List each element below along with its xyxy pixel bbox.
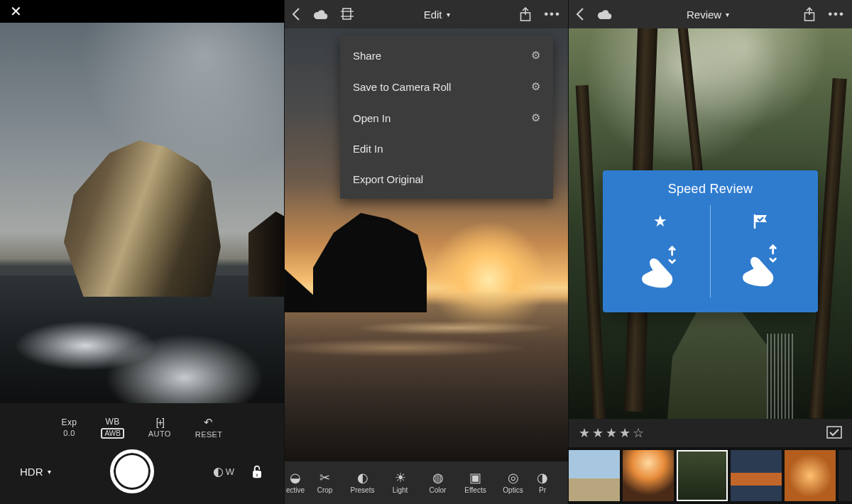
camera-topbar: ✕ <box>0 0 284 23</box>
back-icon[interactable] <box>576 8 584 21</box>
edit-tool-pr[interactable]: ◑Pr <box>532 471 553 494</box>
flag-toggle-icon[interactable] <box>826 426 842 440</box>
more-icon[interactable]: ••• <box>544 7 561 21</box>
svg-rect-0 <box>343 9 351 19</box>
share-icon[interactable] <box>804 7 815 21</box>
review-topbar: Review▾ ••• <box>569 0 852 28</box>
menu-item-label: Export Original <box>353 173 423 185</box>
menu-item-label: Open In <box>353 112 390 124</box>
swipe-hand-icon <box>735 236 787 289</box>
edit-tool-presets[interactable]: ◐Presets <box>344 471 381 494</box>
thumbnail[interactable] <box>623 450 674 501</box>
star-icon: ★ <box>653 212 667 231</box>
chevron-down-icon: ▾ <box>447 11 450 18</box>
exposure-button[interactable]: Exp 0.0 <box>62 417 77 437</box>
thumbnail-selected[interactable] <box>677 450 728 501</box>
crop-overlay-icon[interactable] <box>341 8 354 21</box>
reset-button[interactable]: ↶ RESET <box>195 416 223 439</box>
share-menu-item[interactable]: Export Original <box>340 164 553 195</box>
flag-check-icon <box>753 214 770 229</box>
optics-icon: ◎ <box>508 471 519 484</box>
review-screen: Review▾ ••• Speed Review ★ <box>568 0 852 504</box>
gear-icon[interactable]: ⚙ <box>531 111 540 124</box>
menu-item-label: Share <box>353 50 381 62</box>
presets-icon: ◐ <box>357 471 368 484</box>
speed-review-card: Speed Review ★ <box>603 170 818 312</box>
effects-icon: ▣ <box>469 471 481 484</box>
hdr-mode-button[interactable]: HDR ▾ <box>20 466 51 478</box>
mode-dropdown[interactable]: Edit▾ <box>424 9 450 21</box>
thumbnail[interactable] <box>569 450 620 501</box>
share-icon[interactable] <box>520 7 531 21</box>
back-icon[interactable] <box>292 8 300 21</box>
mode-dropdown[interactable]: Review▾ <box>687 9 729 21</box>
light-icon: ☀ <box>395 471 406 484</box>
shutter-button[interactable] <box>110 449 154 493</box>
share-menu-item[interactable]: Save to Camera Roll⚙ <box>340 71 553 102</box>
crop-icon: ✂ <box>320 471 330 484</box>
edit-screen: Edit▾ ••• Share⚙Save to Camera Roll⚙Open… <box>284 0 568 504</box>
svg-rect-5 <box>827 427 841 438</box>
edit-tool-effects[interactable]: ▣Effects <box>457 471 494 494</box>
thumbnail[interactable] <box>785 450 836 501</box>
pr-icon: ◑ <box>537 471 548 484</box>
share-menu-item[interactable]: Open In⚙ <box>340 102 553 133</box>
share-menu: Share⚙Save to Camera Roll⚙Open In⚙Edit I… <box>340 35 553 199</box>
thumbnail[interactable] <box>839 450 852 501</box>
ective-icon: ◒ <box>290 471 301 484</box>
camera-viewfinder <box>0 23 284 403</box>
chevron-down-icon: ▾ <box>726 11 729 18</box>
gear-icon[interactable]: ⚙ <box>531 49 540 62</box>
edit-tool-color[interactable]: ◍Color <box>419 471 457 494</box>
filmstrip[interactable] <box>569 447 852 504</box>
menu-item-label: Edit In <box>353 143 383 155</box>
edit-topbar: Edit▾ ••• <box>285 0 568 28</box>
gear-icon[interactable]: ⚙ <box>531 80 540 93</box>
edit-tool-light[interactable]: ☀Light <box>381 471 419 494</box>
camera-screen: ✕ Exp 0.0 WB AWB [+] AUTO ↶ RESET <box>0 0 284 504</box>
edit-tool-ective[interactable]: ◒ective <box>285 471 306 494</box>
share-menu-item[interactable]: Edit In <box>340 133 553 164</box>
more-icon[interactable]: ••• <box>828 7 845 21</box>
rating-bar: ★★★★☆ <box>569 419 852 447</box>
edit-tool-crop[interactable]: ✂Crop <box>306 471 344 494</box>
edit-tool-optics[interactable]: ◎Optics <box>494 471 532 494</box>
awb-badge: AWB <box>101 428 124 439</box>
thumbnail[interactable] <box>731 450 782 501</box>
auto-expose-button[interactable]: [+] AUTO <box>148 417 171 438</box>
swipe-hand-icon <box>634 238 687 290</box>
edit-toolbar: ◒ective✂Crop◐Presets☀Light◍Color▣Effects… <box>285 461 568 504</box>
close-icon[interactable]: ✕ <box>10 4 22 18</box>
menu-item-label: Save to Camera Roll <box>353 81 451 93</box>
star-rating[interactable]: ★★★★☆ <box>579 425 646 441</box>
camera-controls: Exp 0.0 WB AWB [+] AUTO ↶ RESET HDR ▾ <box>0 403 284 504</box>
cloud-icon[interactable] <box>312 9 328 20</box>
chevron-down-icon: ▾ <box>48 468 51 476</box>
color-icon: ◍ <box>432 471 444 484</box>
lens-toggle-button[interactable]: W <box>213 464 234 479</box>
speed-review-rate-gesture: ★ <box>610 212 710 290</box>
lock-icon[interactable] <box>250 465 264 478</box>
speed-review-flag-gesture <box>711 214 811 289</box>
cloud-icon[interactable] <box>596 9 612 20</box>
speed-review-title: Speed Review <box>668 182 753 197</box>
undo-icon: ↶ <box>195 416 223 429</box>
bracket-icon: [+] <box>148 417 171 428</box>
white-balance-button[interactable]: WB AWB <box>101 417 124 439</box>
share-menu-item[interactable]: Share⚙ <box>340 40 553 71</box>
review-photo: Speed Review ★ <box>569 28 852 419</box>
